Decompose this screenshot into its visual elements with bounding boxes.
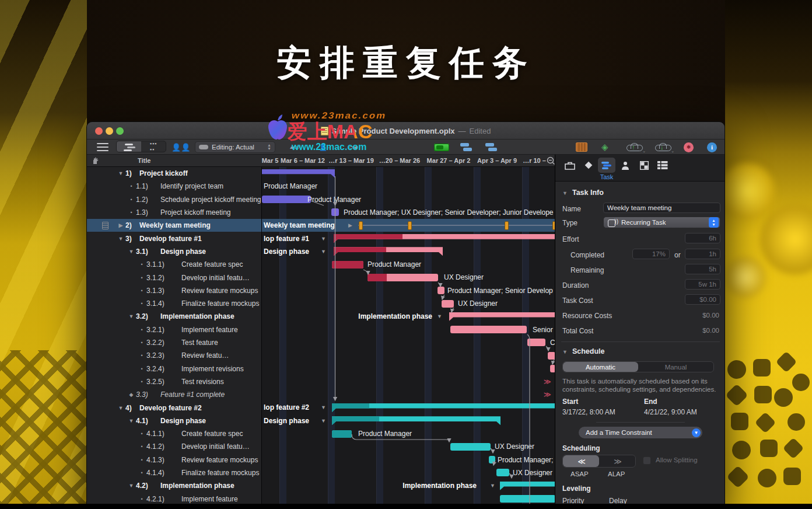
gantt-bar[interactable] (262, 169, 335, 178)
tab-resource[interactable] (617, 158, 634, 173)
gantt-row[interactable]: Design phase▼ (262, 414, 555, 427)
recurring-occurrence-marker[interactable] (505, 221, 509, 230)
gantt-row[interactable]: Implementation phase▼ (262, 479, 555, 492)
outline-row-3.2.1[interactable]: •3.2.1)Implement feature (87, 323, 261, 336)
outline-row-3.1.2[interactable]: •3.1.2)Develop initial featu… (87, 271, 261, 284)
info-inspector-icon[interactable]: i (707, 141, 717, 153)
outline-row-3.1.3[interactable]: •3.1.3)Review feature mockups (87, 284, 261, 297)
gantt-row[interactable]: Implementation phase▼ (262, 310, 555, 323)
gantt-row[interactable]: UX Designer (262, 440, 555, 453)
show-table-icon[interactable] (576, 141, 587, 153)
hand-column-icon[interactable] (92, 157, 99, 165)
outline-row-3.2[interactable]: ▼3.2)Implementation phase (87, 310, 261, 323)
task-cost-field[interactable]: $0.00 (685, 294, 720, 305)
gantt-date-header[interactable]: Mar 6 – Mar 12 (281, 157, 325, 164)
outline-row-3.3[interactable]: ◆3.3)Feature #1 complete (87, 388, 261, 401)
gantt-bar[interactable] (331, 208, 339, 216)
gantt-row[interactable]: ≫ (262, 375, 555, 388)
gantt-date-header[interactable]: Mar 5 (262, 157, 279, 164)
gantt-date-header[interactable]: …r 10 – (523, 157, 546, 164)
gantt-row[interactable]: Product Manager; Senior Develop (262, 284, 555, 297)
outline-row-4.2[interactable]: ▼4.2)Implementation phase (87, 479, 261, 492)
gantt-row[interactable]: lop feature #2▼ (262, 401, 555, 414)
gantt-disclosure-triangle-icon[interactable]: ▶ (348, 222, 352, 228)
gantt-bar[interactable] (489, 456, 495, 463)
schedule-header[interactable]: ▼Schedule (562, 347, 605, 355)
gantt-date-header[interactable]: …r 13 – Mar 19 (328, 157, 374, 164)
gantt-row[interactable]: UX Designer (262, 297, 555, 310)
gantt-disclosure-triangle-icon[interactable]: ▼ (437, 313, 442, 319)
gantt-disclosure-triangle-icon[interactable]: ▼ (321, 405, 326, 410)
completed-hours-field[interactable]: 1h (685, 249, 720, 259)
gantt-bar[interactable] (334, 247, 443, 256)
outline-row-3.1[interactable]: ▼3.1)Design phase (87, 245, 261, 258)
stop-hand-icon[interactable]: ✱ (684, 141, 694, 153)
allow-splitting-checkbox[interactable] (643, 456, 651, 465)
publish-icon[interactable]: ↑⌄ (626, 141, 642, 153)
outline-row-3.2.3[interactable]: •3.2.3)Review featu… (87, 349, 261, 362)
disclosure-triangle-icon[interactable]: ▼ (117, 405, 124, 411)
gantt-bar[interactable] (262, 196, 311, 203)
disclosure-triangle-icon[interactable]: ▼ (117, 170, 124, 176)
recurring-occurrence-marker[interactable] (359, 221, 363, 230)
gantt-date-header[interactable]: Apr 3 – Apr 9 (477, 157, 517, 164)
gantt-disclosure-triangle-icon[interactable]: ▼ (321, 249, 326, 254)
outline-row-1[interactable]: ▼1)Project kickoff (87, 167, 261, 180)
disclosure-triangle-icon[interactable]: ▼ (562, 349, 568, 355)
disclosure-triangle-icon[interactable]: ▼ (128, 483, 135, 489)
disclosure-triangle-icon[interactable]: ▼ (128, 418, 135, 424)
view-options-icon[interactable] (96, 141, 109, 153)
automatic-segment[interactable]: Automatic (563, 362, 638, 372)
gantt-bar[interactable] (550, 365, 555, 372)
gantt-bar[interactable] (450, 443, 491, 451)
gantt-row[interactable]: Product Manager; (262, 454, 555, 466)
outline-row-1.1[interactable]: •1.1)Identify project team (87, 180, 261, 193)
gantt-bar[interactable] (449, 312, 555, 321)
note-icon[interactable] (102, 222, 108, 229)
gantt-row[interactable]: UX Designer (262, 271, 555, 284)
reschedule-icon[interactable] (485, 141, 494, 153)
outline-row-4.1.1[interactable]: •4.1.1)Create feature spec (87, 427, 261, 440)
gantt-row[interactable]: Product Manager (262, 193, 555, 206)
disclosure-triangle-icon[interactable]: ▼ (128, 249, 135, 254)
add-time-constraint-dropdown[interactable]: Add a Time Constraint ▼ (579, 427, 702, 438)
outline-row-4[interactable]: ▼4)Develop feature #2 (87, 401, 261, 414)
gantt-row[interactable]: C (262, 336, 555, 349)
tab-styles[interactable] (635, 158, 653, 173)
gantt-row[interactable]: Senior (262, 323, 555, 336)
outline-row-3.1.1[interactable]: •3.1.1)Create feature spec (87, 258, 261, 271)
type-dropdown[interactable]: Recurring Task ▲▼ (603, 217, 720, 228)
gantt-disclosure-triangle-icon[interactable]: ▼ (321, 418, 326, 424)
gantt-disclosure-triangle-icon[interactable]: ▼ (490, 483, 495, 489)
alap-segment[interactable]: ≫ (599, 455, 635, 467)
view-filter-icon[interactable]: ◈ (601, 141, 608, 153)
gantt-bar[interactable] (500, 495, 555, 503)
outline-row-2[interactable]: ▶2)Weekly team meeting (87, 219, 261, 232)
gantt-row[interactable] (262, 362, 555, 375)
name-field[interactable]: Weekly team meeting (603, 203, 720, 213)
gantt-bar[interactable] (332, 261, 363, 269)
effort-field[interactable]: 6h (685, 233, 720, 243)
gantt-bar[interactable] (548, 352, 555, 360)
gantt-row[interactable]: Design phase▼ (262, 245, 555, 258)
outline-row-3[interactable]: ▼3)Develop feature #1 (87, 232, 261, 245)
outline-row-4.1.3[interactable]: •4.1.3)Review feature mockups (87, 454, 261, 466)
gantt-row[interactable]: Product Manager; UX Designer; Senior Dev… (262, 206, 555, 219)
gantt-bar[interactable] (332, 416, 501, 425)
outline-row-1.3[interactable]: •1.3)Project kickoff meeting (87, 206, 261, 219)
gantt-view-button[interactable] (117, 141, 141, 152)
disclosure-triangle-icon[interactable]: ▼ (117, 236, 124, 242)
manual-segment[interactable]: Manual (638, 362, 713, 372)
gantt-bar[interactable] (450, 326, 527, 333)
update-icon[interactable]: ↓⌄ (655, 141, 670, 153)
completed-percent-field[interactable]: 17% (632, 249, 670, 259)
gantt-row[interactable]: Product Manager (262, 258, 555, 271)
gantt-date-header[interactable]: Mar 27 – Apr 2 (427, 157, 471, 164)
gantt-row[interactable]: UX Designer (262, 466, 555, 479)
outline-row-1.2[interactable]: •1.2)Schedule project kickoff meeting (87, 193, 261, 206)
tab-custom-data[interactable] (654, 158, 671, 173)
gantt-row[interactable] (262, 167, 555, 180)
gantt-bar[interactable] (438, 287, 444, 294)
tab-milestone[interactable] (580, 158, 597, 173)
resources-view-icon[interactable]: 👤👤 (172, 141, 190, 153)
